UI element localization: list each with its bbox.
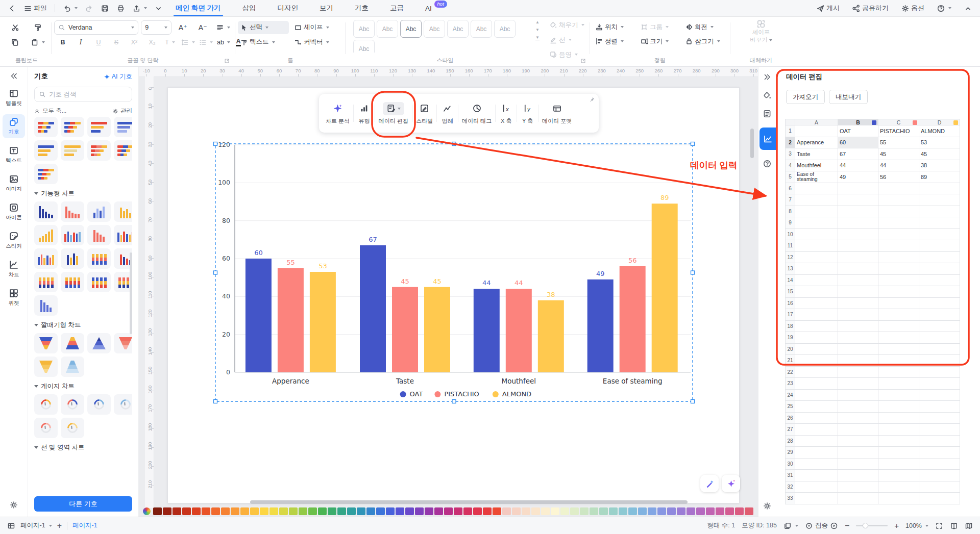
cell-C6[interactable] bbox=[878, 183, 919, 195]
color-swatch[interactable] bbox=[687, 507, 695, 515]
style-sample[interactable]: Abc bbox=[424, 20, 445, 38]
page-tab[interactable]: 페이지-1 bbox=[72, 521, 97, 530]
line-button[interactable]: 선 bbox=[547, 33, 586, 46]
zoom-slider[interactable] bbox=[856, 525, 888, 526]
cell-C7[interactable] bbox=[878, 194, 919, 206]
symbol-thumbnail[interactable] bbox=[34, 225, 58, 245]
cell-A14[interactable] bbox=[795, 275, 838, 287]
cell-D32[interactable] bbox=[919, 481, 960, 493]
color-swatch[interactable] bbox=[434, 507, 443, 515]
symbol-thumbnail[interactable] bbox=[87, 117, 111, 137]
cell-B19[interactable] bbox=[838, 332, 878, 344]
arrange-잠그기[interactable]: 잠그기 bbox=[683, 35, 730, 48]
cell-B10[interactable] bbox=[838, 229, 878, 241]
cell-C15[interactable] bbox=[878, 286, 919, 298]
cell-B28[interactable] bbox=[838, 436, 878, 447]
sidebar-item-템플릿[interactable]: 템플릿 bbox=[3, 86, 25, 110]
cell-B30[interactable] bbox=[838, 459, 878, 470]
row-number[interactable]: 15 bbox=[785, 286, 795, 298]
collapse-all-button[interactable]: 모두 축... bbox=[34, 107, 66, 115]
cell-D31[interactable] bbox=[919, 470, 960, 481]
symbol-thumbnail[interactable] bbox=[114, 140, 132, 161]
symbol-thumbnail[interactable] bbox=[34, 201, 58, 222]
row-number[interactable]: 30 bbox=[785, 459, 795, 470]
color-swatch[interactable] bbox=[211, 507, 220, 515]
symbol-thumbnail[interactable] bbox=[114, 394, 132, 415]
color-swatch[interactable] bbox=[696, 507, 705, 515]
cell-A4[interactable]: Mouthfeel bbox=[795, 160, 838, 172]
tab-기호[interactable]: 기호 bbox=[353, 0, 371, 16]
cell-A31[interactable] bbox=[795, 470, 838, 481]
list-button[interactable] bbox=[197, 36, 214, 49]
symbol-thumbnail[interactable] bbox=[61, 357, 84, 377]
row-number[interactable]: 17 bbox=[785, 309, 795, 321]
cell-B6[interactable] bbox=[838, 183, 878, 195]
cell-C32[interactable] bbox=[878, 481, 919, 493]
cell-C3[interactable]: 45 bbox=[878, 148, 919, 160]
cell-C1[interactable]: PISTACHIO bbox=[878, 125, 919, 137]
color-swatch[interactable] bbox=[706, 507, 715, 515]
style-sample[interactable]: Abc bbox=[353, 40, 375, 53]
symbol-thumbnail[interactable] bbox=[34, 295, 58, 316]
cell-D17[interactable] bbox=[919, 309, 960, 321]
sidebar-item-텍스트[interactable]: 텍스트 bbox=[3, 143, 25, 167]
more-commands-button[interactable] bbox=[152, 2, 165, 14]
symbol-thumbnail[interactable] bbox=[34, 357, 58, 377]
cell-B21[interactable] bbox=[838, 355, 878, 367]
color-swatch[interactable] bbox=[619, 507, 627, 515]
strikethrough-button[interactable]: S bbox=[108, 36, 125, 49]
cell-B20[interactable] bbox=[838, 344, 878, 355]
zoom-level-dropdown[interactable]: 100% bbox=[905, 522, 928, 529]
import-button[interactable]: 가져오기 bbox=[786, 90, 825, 104]
color-swatch[interactable] bbox=[512, 507, 521, 515]
cell-D13[interactable] bbox=[919, 263, 960, 275]
color-swatch[interactable] bbox=[667, 507, 676, 515]
row-number[interactable]: 5 bbox=[785, 171, 795, 183]
style-gallery-scroll[interactable]: ▲▼▼ bbox=[534, 20, 541, 40]
column-header-C[interactable]: C bbox=[878, 119, 919, 125]
tab-디자인[interactable]: 디자인 bbox=[276, 0, 301, 16]
cell-A10[interactable] bbox=[795, 229, 838, 241]
row-number[interactable]: 11 bbox=[785, 240, 795, 252]
symbol-thumbnail[interactable] bbox=[87, 333, 111, 353]
cell-D2[interactable]: 53 bbox=[919, 137, 960, 149]
cell-B25[interactable] bbox=[838, 401, 878, 413]
color-swatch[interactable] bbox=[163, 507, 172, 515]
cell-C31[interactable] bbox=[878, 470, 919, 481]
cell-C20[interactable] bbox=[878, 344, 919, 355]
back-button[interactable] bbox=[5, 2, 19, 14]
cell-D1[interactable]: ALMOND bbox=[919, 125, 960, 137]
cell-A23[interactable] bbox=[795, 378, 838, 390]
data-spreadsheet[interactable]: ABCD1OATPISTACHIOALMOND2Apperance6055533… bbox=[785, 119, 960, 504]
cell-B24[interactable] bbox=[838, 390, 878, 401]
row-number[interactable]: 24 bbox=[785, 390, 795, 401]
symbol-thumbnail[interactable] bbox=[34, 333, 58, 353]
subscript-button[interactable]: X₂ bbox=[143, 36, 161, 49]
chart-tool-범례[interactable]: 범례 bbox=[437, 102, 458, 125]
cell-C9[interactable] bbox=[878, 217, 919, 229]
symbol-thumbnail[interactable] bbox=[34, 394, 58, 415]
export-button[interactable] bbox=[130, 2, 150, 14]
cell-B33[interactable] bbox=[838, 493, 878, 504]
cell-A22[interactable] bbox=[795, 367, 838, 378]
cell-B17[interactable] bbox=[838, 309, 878, 321]
symbol-thumbnail[interactable] bbox=[34, 117, 58, 137]
color-swatch[interactable] bbox=[240, 507, 249, 515]
font-family-select[interactable]: Verdana bbox=[54, 20, 138, 35]
color-swatch[interactable] bbox=[250, 507, 259, 515]
cell-A21[interactable] bbox=[795, 355, 838, 367]
cell-D23[interactable] bbox=[919, 378, 960, 390]
color-swatch[interactable] bbox=[745, 507, 753, 515]
cell-B22[interactable] bbox=[838, 367, 878, 378]
color-swatch[interactable] bbox=[522, 507, 530, 515]
symbol-thumbnail[interactable] bbox=[114, 201, 132, 222]
cell-C18[interactable] bbox=[878, 321, 919, 333]
row-number[interactable]: 29 bbox=[785, 447, 795, 459]
style-sample[interactable]: Abc bbox=[353, 20, 375, 38]
color-swatch[interactable] bbox=[337, 507, 346, 515]
font-size-select[interactable]: 9 bbox=[141, 20, 172, 35]
shape-replace-button[interactable]: 셰이프 바꾸기 bbox=[733, 19, 789, 44]
cell-B27[interactable] bbox=[838, 424, 878, 436]
cell-D5[interactable]: 89 bbox=[919, 171, 960, 183]
chart-tool-차트 분석[interactable]: 차트 분석 bbox=[322, 102, 353, 125]
